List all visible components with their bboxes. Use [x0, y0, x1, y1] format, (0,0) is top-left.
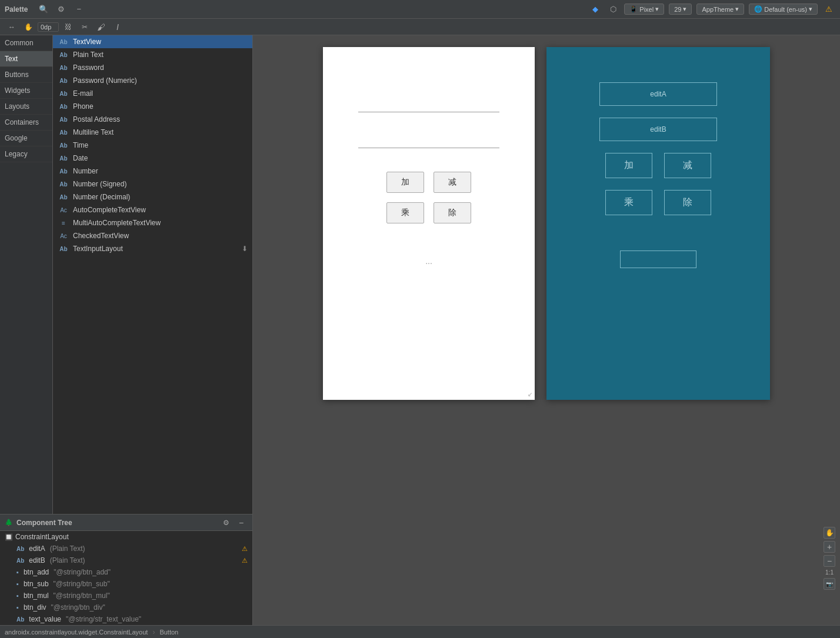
btn-sub-ref: "@string/btn_sub": [54, 580, 110, 588]
pan-mode-btn[interactable]: ✋: [824, 527, 835, 539]
theme-selector[interactable]: AppTheme ▾: [696, 4, 744, 15]
category-text[interactable]: Text: [0, 51, 52, 67]
minus-icon[interactable]: −: [72, 3, 85, 16]
number-label: Number: [73, 167, 98, 175]
text-tool-btn[interactable]: I: [111, 20, 125, 34]
category-legacy[interactable]: Legacy: [0, 146, 52, 162]
btn-mul-icon: ▪: [16, 592, 19, 599]
date-label: Date: [73, 154, 88, 162]
widget-password[interactable]: Ab Password: [53, 61, 252, 74]
widget-multiline[interactable]: Ab Multiline Text: [53, 126, 252, 139]
scissors-btn[interactable]: ✂: [78, 20, 92, 34]
widget-number-decimal[interactable]: Ab Number (Decimal): [53, 191, 252, 203]
textinput-icon: Ab: [58, 246, 69, 252]
tree-btn-sub[interactable]: ▪ btn_sub "@string/btn_sub": [0, 578, 252, 590]
dark-btn-mul[interactable]: 乘: [605, 190, 652, 215]
widget-postal[interactable]: Ab Postal Address: [53, 113, 252, 126]
textview-label: TextView: [73, 38, 101, 46]
paint-btn[interactable]: 🖌: [94, 20, 108, 34]
zoom-in-btn[interactable]: +: [824, 541, 835, 553]
category-containers[interactable]: Containers: [0, 115, 52, 131]
tree-btn-add[interactable]: ▪ btn_add "@string/btn_add": [0, 566, 252, 578]
dark-edit-a[interactable]: editA: [599, 82, 717, 106]
category-google[interactable]: Google: [0, 131, 52, 146]
screenshot-btn[interactable]: 📷: [824, 578, 835, 590]
select-tool-btn[interactable]: ↔: [5, 20, 19, 34]
tree-btn-div[interactable]: ▪ btn_div "@string/btn_div": [0, 602, 252, 613]
number-signed-label: Number (Signed): [73, 180, 126, 188]
widget-multiauto[interactable]: ≡ MultiAutoCompleteTextView: [53, 216, 252, 229]
edita-type: (Plain Text): [50, 545, 85, 553]
zoom-level[interactable]: 29 ▾: [669, 4, 692, 15]
widget-password-numeric[interactable]: Ab Password (Numeric): [53, 74, 252, 87]
link-btn[interactable]: ⛓: [61, 20, 75, 34]
white-btn-div[interactable]: 除: [434, 202, 471, 223]
tree-title: Component Tree: [16, 519, 72, 527]
white-btn-mul[interactable]: 乘: [386, 202, 424, 223]
widget-date[interactable]: Ab Date: [53, 152, 252, 165]
design-toolbar: ↔ ✋ ⛓ ✂ 🖌 I: [0, 19, 840, 35]
btn-add-ref: "@string/btn_add": [54, 568, 111, 576]
white-edit-b[interactable]: [358, 148, 499, 148]
edita-warning: ⚠: [242, 545, 248, 553]
btn-div-ref: "@string/btn_div": [51, 603, 105, 612]
number-decimal-icon: Ab: [58, 194, 69, 201]
dark-btn-div[interactable]: 除: [664, 190, 711, 215]
widget-plaintext[interactable]: Ab Plain Text: [53, 48, 252, 61]
settings-icon[interactable]: ⚙: [55, 3, 68, 16]
design-mode-btn[interactable]: ◆: [589, 3, 602, 16]
locale-selector[interactable]: 🌐 Default (en-us) ▾: [749, 4, 818, 15]
widget-email[interactable]: Ab E-mail: [53, 87, 252, 100]
tree-icon: 🌲: [5, 519, 13, 526]
tree-edita[interactable]: Ab editA (Plain Text) ⚠: [0, 543, 252, 555]
dp-input[interactable]: [38, 22, 59, 32]
warning-icon[interactable]: ⚠: [822, 3, 835, 16]
canvas-scroll[interactable]: 加 减 乘 除 ... ↙ editA editB: [253, 35, 840, 625]
widget-list: Ab TextView Ab Plain Text Ab Password Ab…: [53, 35, 252, 514]
dark-btn-sub[interactable]: 减: [664, 153, 711, 178]
search-icon[interactable]: 🔍: [37, 3, 50, 16]
dark-btn-add[interactable]: 加: [605, 153, 652, 178]
zoom-out-btn[interactable]: −: [824, 555, 835, 567]
btn-div-icon: ▪: [16, 604, 19, 611]
category-widgets[interactable]: Widgets: [0, 83, 52, 99]
tree-constraint-layout[interactable]: 🔲 ConstraintLayout: [0, 531, 252, 543]
widget-textinput[interactable]: Ab TextInputLayout ⬇: [53, 242, 252, 255]
tree-settings-icon[interactable]: ⚙: [219, 516, 232, 529]
device-selector[interactable]: 📱 Pixel ▾: [624, 4, 664, 15]
widget-phone[interactable]: Ab Phone: [53, 100, 252, 113]
widget-checked[interactable]: Ac CheckedTextView: [53, 229, 252, 242]
dark-btn-row-1: 加 减: [605, 153, 711, 178]
category-buttons[interactable]: Buttons: [0, 67, 52, 83]
canvas-area: 加 减 乘 除 ... ↙ editA editB: [253, 35, 840, 625]
widget-time[interactable]: Ab Time: [53, 139, 252, 152]
pan-tool-btn[interactable]: ✋: [21, 20, 35, 34]
tree-btn-mul[interactable]: ▪ btn_mul "@string/btn_mul": [0, 590, 252, 602]
dark-edit-b[interactable]: editB: [599, 118, 717, 141]
widget-number-signed[interactable]: Ab Number (Signed): [53, 178, 252, 191]
tree-editb[interactable]: Ab editB (Plain Text) ⚠: [0, 555, 252, 566]
dark-btn-row-2: 乘 除: [605, 190, 711, 215]
time-icon: Ab: [58, 142, 69, 149]
widget-textview[interactable]: Ab TextView: [53, 35, 252, 48]
white-edit-a[interactable]: [358, 112, 499, 112]
edita-icon: Ab: [16, 546, 24, 552]
theme-name: AppTheme: [702, 6, 734, 13]
dark-phone-preview: editA editB 加 减 乘 除: [546, 47, 770, 400]
download-icon[interactable]: ⬇: [242, 245, 248, 253]
white-btn-add[interactable]: 加: [386, 172, 424, 193]
tree-text-value[interactable]: Ab text_value "@string/str_text_value": [0, 613, 252, 625]
widget-autocomplete[interactable]: Ac AutoCompleteTextView: [53, 203, 252, 216]
password-icon: Ab: [58, 65, 69, 71]
category-common[interactable]: Common: [0, 35, 52, 51]
postal-label: Postal Address: [73, 115, 120, 123]
blueprint-mode-btn[interactable]: ⬡: [606, 3, 619, 16]
palette-panel: Common Text Buttons Widgets Layouts Cont…: [0, 35, 253, 625]
text-value-label: text_value: [29, 615, 61, 623]
tree-minus-icon[interactable]: −: [235, 516, 248, 529]
widget-number[interactable]: Ab Number: [53, 165, 252, 178]
white-btn-sub[interactable]: 减: [434, 172, 471, 193]
category-layouts[interactable]: Layouts: [0, 99, 52, 115]
text-value-icon: Ab: [16, 616, 24, 623]
resize-handle[interactable]: ↙: [528, 391, 532, 398]
